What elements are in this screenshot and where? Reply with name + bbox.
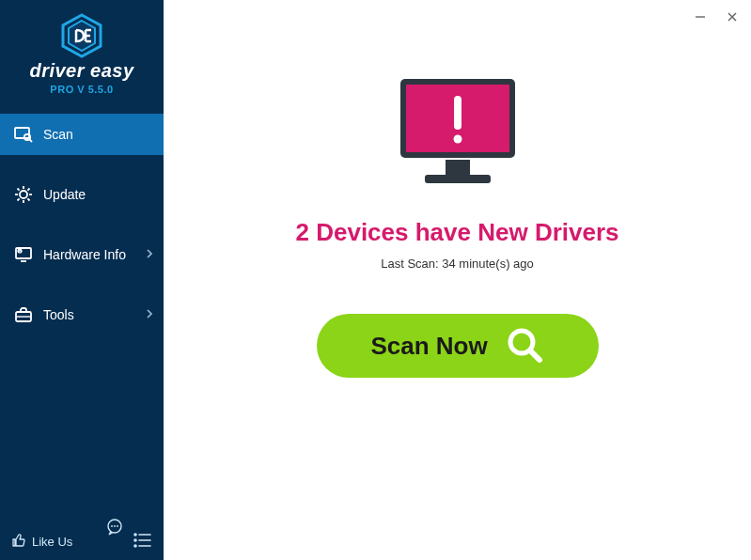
version-label: PRO V 5.5.0 bbox=[0, 84, 164, 95]
sidebar-footer: Like Us bbox=[0, 522, 164, 560]
scan-icon bbox=[13, 124, 34, 145]
brand-name: driver easy bbox=[0, 60, 164, 82]
sidebar-item-scan[interactable]: Scan bbox=[0, 114, 164, 155]
sidebar: driver easy PRO V 5.5.0 Scan Update i bbox=[0, 0, 164, 560]
alert-monitor-graphic bbox=[387, 73, 528, 199]
svg-point-28 bbox=[134, 545, 136, 547]
scan-now-button[interactable]: Scan Now bbox=[317, 314, 599, 378]
svg-marker-1 bbox=[69, 21, 95, 51]
footer-right-icons bbox=[105, 531, 152, 552]
svg-point-38 bbox=[453, 135, 462, 144]
svg-point-26 bbox=[134, 539, 136, 541]
logo-area: driver easy PRO V 5.5.0 bbox=[0, 0, 164, 101]
svg-rect-35 bbox=[446, 160, 470, 175]
chevron-right-icon bbox=[147, 248, 152, 261]
scan-button-label: Scan Now bbox=[370, 332, 487, 361]
nav: Scan Update i Hardware Info bbox=[0, 114, 164, 354]
svg-line-10 bbox=[18, 189, 20, 191]
magnify-icon bbox=[505, 325, 544, 367]
sidebar-item-update[interactable]: Update bbox=[0, 174, 164, 215]
sidebar-item-tools[interactable]: Tools bbox=[0, 294, 164, 335]
svg-line-4 bbox=[29, 139, 32, 142]
logo-icon bbox=[57, 13, 106, 58]
chevron-right-icon bbox=[147, 308, 152, 321]
close-button[interactable] bbox=[719, 6, 745, 28]
svg-text:i: i bbox=[19, 249, 20, 254]
sidebar-item-label: Scan bbox=[43, 127, 73, 142]
svg-point-22 bbox=[114, 525, 116, 527]
sidebar-item-label: Update bbox=[43, 187, 86, 202]
app-window: driver easy PRO V 5.5.0 Scan Update i bbox=[0, 0, 751, 560]
last-scan-label: Last Scan: 34 minute(s) ago bbox=[381, 257, 534, 271]
like-us-label: Like Us bbox=[32, 535, 72, 549]
monitor-info-icon: i bbox=[13, 244, 34, 265]
gear-icon bbox=[13, 184, 34, 205]
svg-rect-36 bbox=[425, 175, 491, 183]
menu-icon[interactable] bbox=[133, 533, 152, 551]
window-controls bbox=[687, 6, 745, 28]
like-us-button[interactable]: Like Us bbox=[11, 533, 72, 551]
main-content: 2 Devices have New Drivers Last Scan: 34… bbox=[164, 0, 751, 560]
svg-point-23 bbox=[117, 525, 118, 527]
sidebar-item-label: Tools bbox=[43, 307, 74, 322]
svg-line-11 bbox=[27, 198, 29, 200]
svg-rect-2 bbox=[15, 128, 29, 138]
minimize-button[interactable] bbox=[687, 6, 713, 28]
feedback-icon[interactable] bbox=[105, 518, 124, 539]
toolbox-icon bbox=[13, 304, 34, 325]
svg-point-21 bbox=[111, 525, 113, 527]
thumbs-up-icon bbox=[11, 533, 26, 551]
sidebar-item-hardware[interactable]: i Hardware Info bbox=[0, 234, 164, 275]
svg-line-13 bbox=[18, 198, 20, 200]
svg-point-5 bbox=[20, 191, 27, 198]
svg-line-12 bbox=[27, 189, 29, 191]
svg-line-40 bbox=[530, 350, 540, 360]
status-headline: 2 Devices have New Drivers bbox=[296, 218, 619, 247]
sidebar-item-label: Hardware Info bbox=[43, 247, 126, 262]
svg-point-24 bbox=[134, 534, 136, 536]
